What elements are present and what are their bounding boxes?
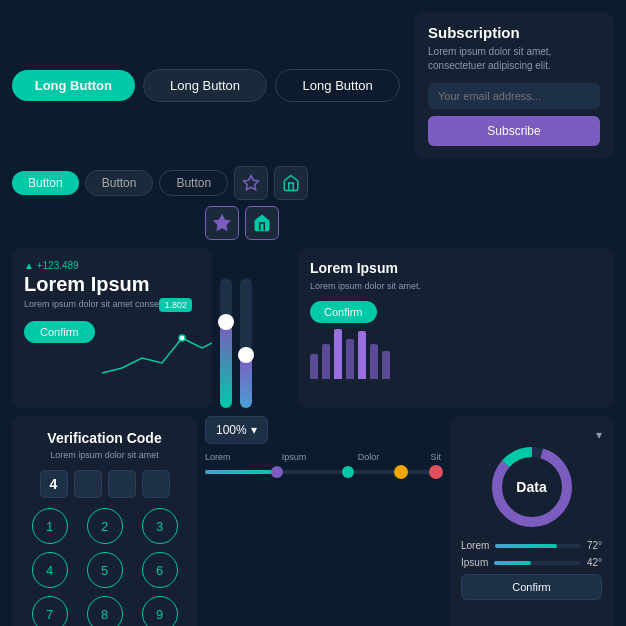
main-cards-row: ▲ +123.489 Lorem Ipsum Lorem ipsum dolor… (12, 248, 614, 408)
info-confirm-button[interactable]: Confirm (310, 301, 377, 323)
donut-chart-wrapper: Data (461, 442, 602, 532)
label-ipsum: Ipsum (282, 452, 307, 462)
bar1-track[interactable] (495, 544, 581, 548)
home-icon-box[interactable] (274, 166, 308, 200)
small-button-teal[interactable]: Button (12, 171, 79, 195)
svg-marker-1 (215, 216, 230, 230)
zoom-value: 100% (216, 423, 247, 437)
numpad-4[interactable]: 4 (32, 552, 68, 588)
verify-description: Lorem ipsum dolor sit amet (26, 450, 183, 460)
long-button-3[interactable]: Long Button (275, 69, 400, 102)
verify-title: Verification Code (26, 430, 183, 446)
code-box-4[interactable] (142, 470, 170, 498)
home-icon (282, 174, 300, 192)
line-chart (102, 318, 212, 378)
page-wrapper: Long Button Long Button Long Button Subs… (0, 0, 626, 626)
numpad-2[interactable]: 2 (87, 508, 123, 544)
small-buttons-row: Button Button Button (12, 166, 614, 240)
info-card: Lorem Ipsum Lorem ipsum dolor sit amet. … (298, 248, 614, 408)
bar-3 (334, 329, 342, 379)
long-button-2[interactable]: Long Button (143, 69, 268, 102)
small-button-outline[interactable]: Button (159, 170, 228, 196)
small-btns-2 (12, 206, 308, 240)
bar2-fill (494, 561, 530, 565)
code-box-3[interactable] (108, 470, 136, 498)
chart-card: ▲ +123.489 Lorem Ipsum Lorem ipsum dolor… (12, 248, 212, 408)
label-dolor: Dolor (358, 452, 380, 462)
home-filled-icon (253, 214, 271, 232)
star-icon-box[interactable] (234, 166, 268, 200)
subscription-description: Lorem ipsum dolor sit amet, consectetuer… (428, 45, 600, 73)
progress-row-1: Lorem 72° (461, 540, 602, 551)
bar-7 (382, 351, 390, 379)
info-description: Lorem ipsum dolor sit amet. (310, 280, 602, 293)
small-btns-1: Button Button Button (12, 166, 308, 200)
star-icon (242, 174, 260, 192)
star-filled-icon (213, 214, 231, 232)
small-buttons-left: Button Button Button (12, 166, 308, 240)
bar2-label: Ipsum (461, 557, 488, 568)
label-lorem: Lorem (205, 452, 231, 462)
chart-title: Lorem Ipsum (24, 273, 200, 296)
code-inputs: 4 (26, 470, 183, 498)
home-filled-icon-box[interactable] (245, 206, 279, 240)
bar-chart (310, 329, 602, 379)
vertical-slider-2[interactable] (240, 278, 252, 408)
subscription-title: Subscription (428, 24, 600, 41)
numpad: 1 2 3 4 5 6 7 8 9 0 (26, 508, 183, 626)
subscription-card: Subscription Lorem ipsum dolor sit amet,… (414, 12, 614, 158)
price-badge: 1.802 (159, 298, 192, 312)
bar-5 (358, 331, 366, 379)
chart-up-label: ▲ +123.489 (24, 260, 200, 271)
code-box-2[interactable] (74, 470, 102, 498)
numpad-3[interactable]: 3 (142, 508, 178, 544)
verify-card: Verification Code Lorem ipsum dolor sit … (12, 416, 197, 626)
donut-card: ▾ Data Lorem 72° Ipsum (449, 416, 614, 626)
numpad-5[interactable]: 5 (87, 552, 123, 588)
row4: Verification Code Lorem ipsum dolor sit … (12, 416, 614, 626)
vertical-slider-1[interactable] (220, 278, 232, 408)
svg-marker-0 (244, 176, 259, 190)
donut-menu[interactable]: ▾ (461, 428, 602, 442)
bar-2 (322, 344, 330, 379)
bar1-val: 72° (587, 540, 602, 551)
horizontal-slider-1[interactable] (205, 470, 441, 474)
bar2-val: 42° (587, 557, 602, 568)
donut-confirm-button[interactable]: Confirm (461, 574, 602, 600)
bar-1 (310, 354, 318, 379)
bar-4 (346, 339, 354, 379)
subscribe-button[interactable]: Subscribe (428, 116, 600, 146)
bar1-label: Lorem (461, 540, 489, 551)
long-button-1[interactable]: Long Button (12, 70, 135, 101)
email-input[interactable] (428, 83, 600, 109)
numpad-8[interactable]: 8 (87, 596, 123, 626)
numpad-6[interactable]: 6 (142, 552, 178, 588)
vertical-sliders-panel (220, 248, 290, 408)
star-filled-icon-box[interactable] (205, 206, 239, 240)
numpad-9[interactable]: 9 (142, 596, 178, 626)
progress-row-2: Ipsum 42° (461, 557, 602, 568)
chevron-down-icon (251, 423, 257, 437)
horizontal-sliders-panel: 100% Lorem Ipsum Dolor Sit (205, 416, 441, 626)
label-sit: Sit (430, 452, 441, 462)
numpad-1[interactable]: 1 (32, 508, 68, 544)
code-box-1[interactable]: 4 (40, 470, 68, 498)
bar2-track[interactable] (494, 561, 581, 565)
long-buttons-row: Long Button Long Button Long Button Subs… (12, 12, 614, 158)
svg-point-2 (179, 335, 185, 341)
info-title: Lorem Ipsum (310, 260, 602, 276)
donut-label: Data (516, 479, 546, 495)
bar1-fill (495, 544, 557, 548)
slider-labels: Lorem Ipsum Dolor Sit (205, 452, 441, 462)
zoom-dropdown[interactable]: 100% (205, 416, 268, 444)
small-button-dark[interactable]: Button (85, 170, 154, 196)
numpad-7[interactable]: 7 (32, 596, 68, 626)
chart-confirm-button[interactable]: Confirm (24, 321, 95, 343)
bar-6 (370, 344, 378, 379)
